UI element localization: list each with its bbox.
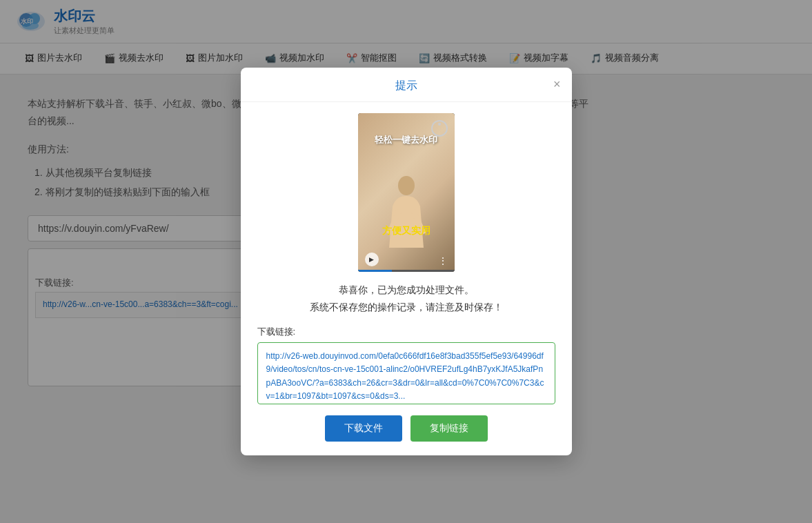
- modal-dialog: 提示 × 轻松一键去水印: [241, 68, 572, 408]
- close-icon[interactable]: ×: [553, 78, 561, 90]
- video-thumbnail: 轻松一键去水印 方便又实用 ▶ ⋮: [358, 113, 455, 272]
- video-progress-fill: [358, 270, 392, 272]
- modal-body: 轻松一键去水印 方便又实用 ▶ ⋮ 恭喜你，已为您成功处理文件。 系统不保存您: [241, 102, 572, 408]
- modal-download-link[interactable]: http://v26-web.douyinvod.com/0efa0c666fd…: [257, 342, 555, 404]
- success-line1: 恭喜你，已为您成功处理文件。: [257, 282, 555, 299]
- video-text2: 方便又实用: [358, 225, 455, 237]
- modal-download-label: 下载链接:: [257, 326, 555, 338]
- modal-title: 提示: [395, 79, 417, 91]
- ring-icon: [430, 119, 449, 138]
- svg-point-7: [438, 123, 441, 126]
- modal-overlay: 提示 × 轻松一键去水印: [0, 0, 812, 407]
- video-thumb-inner: 轻松一键去水印 方便又实用: [358, 113, 455, 272]
- modal-header: 提示 ×: [241, 68, 572, 102]
- video-progress-bar: [358, 270, 455, 272]
- success-line2: 系统不保存您的操作记录，请注意及时保存！: [257, 299, 555, 316]
- video-play-button[interactable]: ▶: [365, 253, 379, 266]
- svg-point-5: [398, 176, 415, 195]
- video-more-button[interactable]: ⋮: [438, 255, 448, 266]
- person-silhouette: [386, 172, 427, 255]
- success-message: 恭喜你，已为您成功处理文件。 系统不保存您的操作记录，请注意及时保存！: [257, 282, 555, 316]
